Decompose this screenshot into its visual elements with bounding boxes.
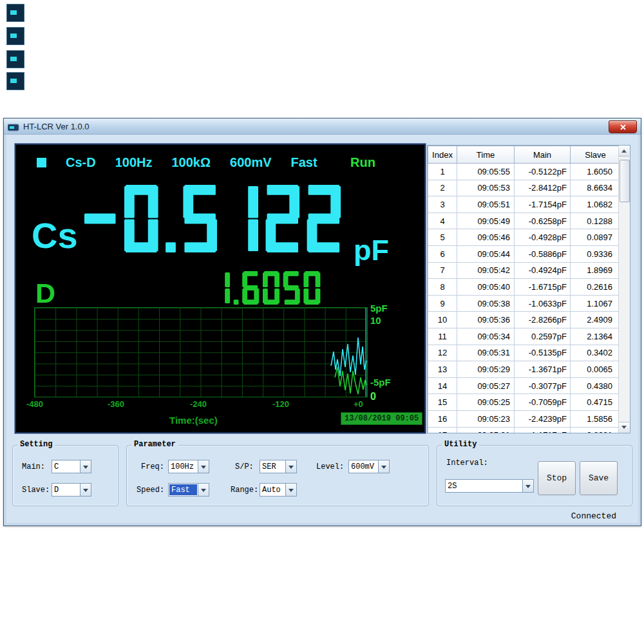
range-select[interactable]: Auto [260,483,297,497]
table-cell: 10 [428,312,457,328]
table-row[interactable]: 1709:05:21-1.1717pF0.8221 [428,427,621,433]
table-cell: 3 [428,196,457,213]
main-select-value: C [52,460,80,473]
title-bar[interactable]: HT-LCR Ver 1.0.0 [4,118,641,135]
table-cell: 0.3402 [571,345,621,361]
table-cell: 09:05:40 [457,279,515,296]
table-cell: -0.4928pF [515,229,571,246]
utility-group-label: Utility [442,440,479,449]
table-cell: -0.3077pF [515,377,571,394]
table-row[interactable]: 609:05:44-0.5886pF0.9336 [428,245,621,262]
range-select-value: Auto [260,484,285,496]
table-cell: 2.1364 [571,328,621,345]
parameter-group-label: Parameter [131,440,178,449]
table-row[interactable]: 709:05:42-0.4924pF1.8969 [428,262,621,279]
slave-select[interactable]: D [52,483,91,497]
connection-status: Connected [571,511,616,521]
slave-parameter-label: D [35,278,55,309]
table-row[interactable]: 809:05:40-1.6715pF0.2616 [428,279,621,296]
table-cell: -0.5122pF [515,164,571,180]
table-cell: 1.6050 [571,164,621,180]
table-cell: 09:05:34 [457,328,515,345]
table-cell: 1.0682 [571,196,621,213]
dropdown-arrow-icon[interactable] [80,460,91,473]
window-title: HT-LCR Ver 1.0.0 [23,122,90,131]
page-thumbnail[interactable] [6,72,24,90]
y-axis-label-top: 5pF [370,303,388,314]
table-cell: 09:05:21 [457,427,515,433]
main-select-label: Main: [22,462,45,471]
scrollbar-thumb[interactable] [620,160,630,202]
table-row[interactable]: 309:05:51-1.7154pF1.0682 [428,196,621,213]
dropdown-arrow-icon[interactable] [198,460,209,473]
table-row[interactable]: 409:05:49-0.6258pF0.1288 [428,213,621,229]
freq-select[interactable]: 100Hz [168,460,209,473]
table-row[interactable]: 1609:05:23-2.4239pF1.5856 [428,410,621,427]
table-cell: 0.2597pF [515,328,571,345]
table-row[interactable]: 909:05:38-1.0633pF1.1067 [428,295,621,312]
dropdown-arrow-icon[interactable] [522,480,533,492]
table-cell: -0.7059pF [515,394,571,411]
save-button[interactable]: Save [580,461,618,495]
x-tick: -120 [272,399,289,409]
y-axis-label-top2: 10 [370,315,381,326]
status-level: 600mV [230,155,272,170]
table-cell: 0.0897 [571,229,621,246]
y-axis-label-zero: 0 [370,391,376,402]
table-cell: 5 [428,229,457,246]
table-row[interactable]: 1209:05:31-0.5135pF0.3402 [428,345,621,361]
table-cell: 14 [428,377,457,394]
dropdown-arrow-icon[interactable] [285,484,296,496]
interval-select[interactable]: 2S [445,479,534,493]
table-row[interactable]: 109:05:55-0.5122pF1.6050 [428,164,621,180]
main-parameter-label: Cs [32,214,78,256]
page-thumbnail[interactable] [6,27,24,45]
table-row[interactable]: 1009:05:36-2.8266pF2.4909 [428,312,621,328]
stop-button[interactable]: Stop [538,461,576,495]
main-select[interactable]: C [52,460,91,473]
interval-select-value: 2S [446,480,522,492]
table-row[interactable]: 509:05:46-0.4928pF0.0897 [428,229,621,246]
close-button[interactable] [609,120,637,133]
page-thumbnail[interactable] [6,4,24,22]
sp-select-label: S/P: [235,462,254,471]
table-row[interactable]: 209:05:53-2.8412pF8.6634 [428,180,621,196]
main-unit-label: pF [354,234,389,267]
utility-group: Utility Interval: 2S Stop Save [437,445,632,506]
table-cell: 1.8969 [571,262,621,279]
setting-group: Setting Main: C Slave: D [12,445,118,506]
level-select[interactable]: 600mV [348,460,390,473]
table-row[interactable]: 1109:05:340.2597pF2.1364 [428,328,621,345]
y-axis-label-bottom: -5pF [370,377,391,388]
table-cell: 09:05:51 [457,196,515,213]
table-cell: 11 [428,328,457,345]
setting-group-label: Setting [17,440,55,449]
column-header-main: Main [515,146,571,164]
table-scrollbar[interactable] [618,146,630,433]
table-row[interactable]: 1309:05:29-1.3671pF0.0065 [428,361,621,378]
measurement-table: Index Time Main Slave 109:05:55-0.5122pF… [427,145,630,433]
table-cell: -0.5886pF [515,245,571,262]
speed-select[interactable]: Fast [168,483,209,497]
dropdown-arrow-icon[interactable] [378,460,389,473]
table-cell: 0.4715 [571,394,621,411]
table-row[interactable]: 1509:05:25-0.7059pF0.4715 [428,394,621,411]
table-cell: 09:05:49 [457,213,515,229]
dropdown-arrow-icon[interactable] [198,484,209,496]
table-body: 109:05:55-0.5122pF1.6050209:05:53-2.8412… [428,164,621,434]
table-cell: 13 [428,361,457,378]
sp-select[interactable]: SER [260,460,297,473]
sp-select-value: SER [260,460,285,473]
table-cell: 09:05:46 [457,229,515,246]
dropdown-arrow-icon[interactable] [285,460,296,473]
client-area: Cs-D 100Hz 100kΩ 600mV Fast Run Cs pF D … [6,135,638,523]
scroll-up-icon[interactable] [619,146,629,156]
table-row[interactable]: 1409:05:27-0.3077pF0.4380 [428,377,621,394]
table-cell: 09:05:55 [457,164,515,180]
scroll-down-icon[interactable] [619,422,629,433]
table-cell: 8.6634 [571,180,621,196]
table-cell: -1.6715pF [515,279,571,296]
graph-plot [34,307,368,397]
dropdown-arrow-icon[interactable] [80,484,91,496]
page-thumbnail[interactable] [6,50,24,68]
